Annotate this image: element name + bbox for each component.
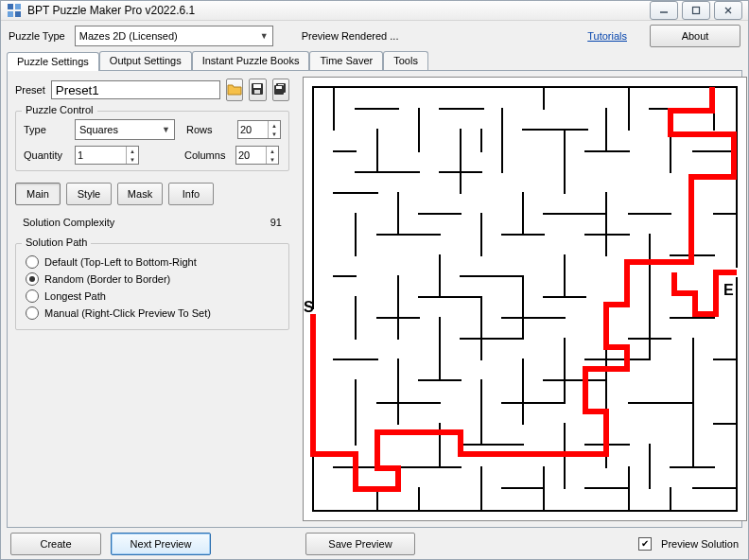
type-value: Squares (79, 124, 118, 135)
radio-icon (26, 289, 39, 303)
content-body: Preset Puzzle Control Type Squares ▼ Row… (7, 70, 742, 528)
tab-puzzle-settings[interactable]: Puzzle Settings (7, 52, 99, 71)
status-text: Preview Rendered ... (302, 30, 399, 42)
radio-label: Manual (Right-Click Preview To Set) (44, 307, 211, 319)
tab-time-saver[interactable]: Time Saver (309, 51, 383, 70)
radio-longest[interactable]: Longest Path (26, 289, 279, 303)
arrow-down-icon[interactable]: ▼ (269, 130, 280, 138)
arrow-up-icon[interactable]: ▲ (127, 147, 138, 155)
radio-label: Random (Border to Border) (44, 273, 170, 285)
arrow-up-icon[interactable]: ▲ (269, 121, 280, 130)
about-button[interactable]: About (650, 25, 740, 47)
radio-manual[interactable]: Manual (Right-Click Preview To Set) (26, 306, 279, 320)
next-preview-button[interactable]: Next Preview (111, 533, 211, 555)
minimize-button[interactable] (650, 1, 678, 20)
top-bar: Puzzle Type Mazes 2D (Licensed) ▼ Previe… (1, 21, 748, 51)
app-icon (7, 3, 22, 18)
arrow-down-icon[interactable]: ▼ (267, 155, 278, 164)
radio-default[interactable]: Default (Top-Left to Bottom-Right (26, 255, 279, 269)
rows-spin[interactable]: 20 ▲▼ (237, 120, 281, 139)
radio-icon (26, 306, 39, 320)
svg-rect-0 (8, 4, 13, 9)
create-button[interactable]: Create (10, 533, 101, 555)
save-preset-button[interactable] (249, 79, 266, 101)
puzzle-type-value: Mazes 2D (Licensed) (79, 30, 178, 42)
preset-label: Preset (15, 84, 45, 96)
subtab-info[interactable]: Info (168, 183, 214, 205)
svg-rect-2 (8, 11, 13, 17)
arrow-down-icon[interactable]: ▼ (127, 155, 138, 164)
complexity-label: Solution Complexity (23, 217, 114, 228)
columns-label: Columns (184, 149, 230, 161)
solution-path-legend: Solution Path (22, 236, 91, 248)
complexity-value: 91 (270, 217, 282, 228)
maze-end-label: E (723, 282, 734, 298)
subtab-style[interactable]: Style (66, 183, 112, 205)
save-multi-icon (273, 82, 288, 97)
svg-rect-5 (693, 8, 700, 14)
svg-rect-1 (15, 4, 21, 9)
columns-value: 20 (238, 149, 250, 161)
svg-rect-9 (253, 84, 261, 88)
close-button[interactable] (714, 1, 742, 20)
preview-solution-label: Preview Solution (661, 538, 739, 550)
save-preview-button[interactable]: Save Preview (305, 533, 415, 555)
save-icon (251, 82, 264, 97)
quantity-spin[interactable]: 1 ▲▼ (75, 146, 139, 165)
titlebar: BPT Puzzle Maker Pro v2022.6.1 (1, 1, 748, 21)
puzzle-control-legend: Puzzle Control (22, 104, 97, 115)
columns-spin[interactable]: 20 ▲▼ (235, 146, 279, 165)
preset-row: Preset (15, 79, 289, 101)
rows-value: 20 (240, 124, 252, 135)
window-controls (650, 1, 742, 20)
puzzle-control-group: Puzzle Control Type Squares ▼ Rows 20 ▲▼… (15, 111, 289, 171)
maze-start-label: S (304, 299, 314, 315)
svg-rect-14 (276, 86, 282, 89)
radio-icon (26, 255, 39, 269)
tab-tools[interactable]: Tools (383, 51, 428, 70)
rows-label: Rows (186, 124, 232, 135)
chevron-down-icon: ▼ (162, 125, 170, 134)
subtab-main[interactable]: Main (15, 183, 61, 205)
tab-output-settings[interactable]: Output Settings (99, 51, 192, 70)
maximize-button[interactable] (682, 1, 710, 20)
subtab-mask[interactable]: Mask (117, 183, 163, 205)
preset-input[interactable] (51, 80, 220, 99)
subtabs: Main Style Mask Info (15, 183, 289, 205)
quantity-value: 1 (78, 149, 83, 161)
solution-path-group: Solution Path Default (Top-Left to Botto… (15, 243, 289, 330)
puzzle-type-select[interactable]: Mazes 2D (Licensed) ▼ (75, 26, 273, 46)
chevron-down-icon: ▼ (260, 31, 269, 41)
preview-solution-checkbox[interactable]: ✔ (638, 537, 652, 551)
footer-bar: Create Next Preview Save Preview ✔ Previ… (1, 528, 748, 559)
type-label: Type (24, 124, 69, 135)
complexity-row: Solution Complexity 91 (15, 211, 289, 234)
puzzle-type-label: Puzzle Type (9, 30, 65, 42)
open-preset-button[interactable] (226, 79, 243, 101)
radio-icon (26, 272, 39, 286)
maze-preview[interactable]: S E (303, 77, 747, 521)
svg-rect-3 (15, 11, 21, 17)
radio-label: Default (Top-Left to Bottom-Right (44, 256, 197, 268)
radio-label: Longest Path (44, 290, 106, 302)
save-all-presets-button[interactable] (272, 79, 289, 101)
svg-rect-10 (254, 90, 260, 94)
tutorials-link[interactable]: Tutorials (587, 30, 627, 42)
preview-panel: S E (297, 71, 749, 527)
window-title: BPT Puzzle Maker Pro v2022.6.1 (27, 4, 650, 17)
folder-icon (227, 82, 242, 97)
quantity-label: Quantity (24, 149, 69, 161)
radio-random[interactable]: Random (Border to Border) (26, 272, 279, 286)
arrow-up-icon[interactable]: ▲ (267, 147, 278, 155)
type-select[interactable]: Squares ▼ (75, 119, 175, 140)
tab-instant-puzzle-books[interactable]: Instant Puzzle Books (192, 51, 310, 70)
settings-panel: Preset Puzzle Control Type Squares ▼ Row… (8, 71, 297, 527)
main-tabs: Puzzle Settings Output Settings Instant … (1, 51, 748, 70)
